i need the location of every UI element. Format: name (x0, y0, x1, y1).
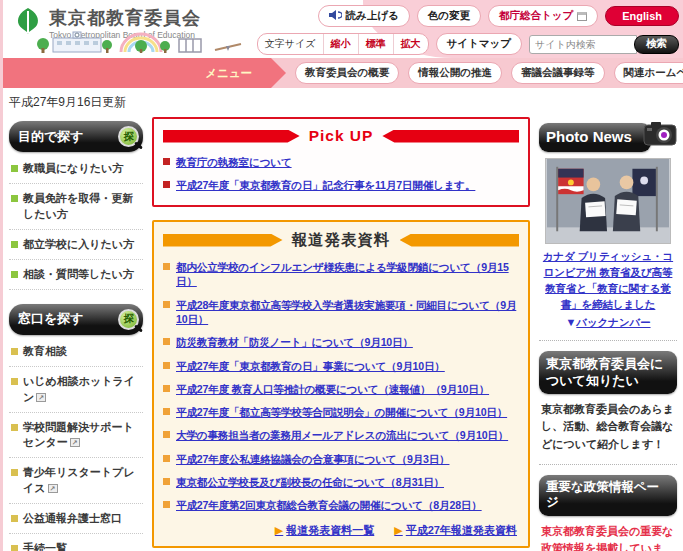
sidebar-link[interactable]: 公益通報弁護士窓口 (23, 511, 122, 527)
bullet-icon (163, 338, 170, 345)
press-header: 報道発表資料 (163, 230, 519, 251)
press-link[interactable]: 平成28年度東京都立高等学校入学者選抜実施要項・同細目について（9月10日） (176, 298, 519, 327)
search-input[interactable] (529, 35, 637, 54)
list-item: 青少年リスタートプレイス↗ (9, 458, 143, 504)
press-link[interactable]: 東京都公立学校長及び副校長の任命について（8月31日） (176, 475, 444, 489)
list-item: 平成27年度「東京都教育の日」記念行事を11月7日開催します。 (163, 173, 519, 196)
press-link[interactable]: 平成27年度「東京都教育の日」事業について（9月10日） (176, 359, 445, 373)
main-menu-bar: メニュー 教育委員会の概要 情報公開の推進 審議会議事録等 関連ホームページ (3, 58, 683, 88)
font-size-label: 文字サイズ (258, 34, 323, 54)
bullet-icon (163, 385, 170, 392)
press-link[interactable]: 平成27年度 教育人口等推計の概要について（速報値）（9月10日） (176, 382, 489, 396)
photo-caption-link[interactable]: カナダ ブリティッシュ・コロンビア州 教育省及び高等教育省と「教育に関する覚書」… (543, 251, 673, 310)
triangle-down-icon: ▼ (565, 316, 576, 328)
list-item: 教育相談 (9, 337, 143, 367)
photo-news-block: Photo News (539, 123, 677, 152)
menu-item-minutes[interactable]: 審議会議事録等 (511, 62, 605, 84)
press-list-link[interactable]: ▶報道発表資料一覧 (275, 523, 374, 538)
bullet-icon (11, 241, 18, 248)
sitemap-button[interactable]: サイトマップ (436, 33, 522, 55)
arrow-right-icon (163, 234, 283, 247)
press-h27-link[interactable]: ▶平成27年報道発表資料 (394, 523, 517, 538)
page: 東京都教育委員会 Tokyo Metropolitan Board of Edu… (0, 0, 683, 551)
bullet-icon (163, 408, 170, 415)
font-size-large-button[interactable]: 拡大 (393, 34, 428, 54)
pickup-link[interactable]: 平成27年度「東京都教育の日」記念行事を11月7日開催します。 (176, 178, 475, 192)
back-number-link[interactable]: ▼バックナンバー (565, 317, 650, 328)
bullet-icon (11, 545, 18, 551)
press-list: 都内公立学校のインフルエンザ様疾患による学級閉鎖について（9月15日） 平成28… (163, 256, 519, 518)
left-sidebar: 目的で探す 探 教職員になりたい方 教員免許を取得・更新したい方 都立学校に入り… (9, 117, 143, 551)
list-item: 手続一覧 (9, 534, 143, 551)
list-item: 学校問題解決サポートセンター↗ (9, 413, 143, 459)
photo-news-header: Photo News (539, 123, 651, 152)
pickup-section: Pick UP 教育庁の執務室について 平成27年度「東京都教育の日」記念行事を… (152, 117, 530, 207)
color-change-label: 色の変更 (428, 9, 470, 23)
arrow-right-icon (163, 130, 300, 143)
sidebar-link[interactable]: 教育相談 (23, 344, 67, 360)
bullet-icon (163, 362, 170, 369)
sidebar-link[interactable]: 都立学校に入りたい方 (23, 237, 134, 253)
read-aloud-button[interactable]: 読み上げる (318, 5, 410, 27)
header-row-2: 文字サイズ 縮小 標準 拡大 サイトマップ 検索 (257, 33, 679, 55)
list-item: 平成27年度公私連絡協議会の合意事項について（9月3日） (163, 447, 519, 470)
divider (539, 464, 677, 465)
triangle-right-icon: ▶ (275, 524, 283, 537)
bullet-icon (11, 348, 18, 355)
press-h27-label: 平成27年報道発表資料 (406, 523, 517, 538)
triangle-right-icon: ▶ (394, 524, 402, 537)
list-item: 都立学校に入りたい方 (9, 230, 143, 260)
list-item: 平成28年度東京都立高等学校入学者選抜実施要項・同細目について（9月10日） (163, 293, 519, 331)
sidebar-link[interactable]: 相談・質問等したい方 (23, 267, 134, 283)
search-button[interactable]: 検索 (634, 35, 679, 54)
site-search: 検索 (529, 35, 679, 54)
sidebar-link[interactable]: 手続一覧 (23, 541, 67, 551)
press-title: 報道発表資料 (292, 230, 391, 251)
sidebar-link[interactable]: 青少年リスタートプレイス (23, 466, 135, 494)
press-link[interactable]: 平成27年度公私連絡協議会の合意事項について（9月3日） (176, 452, 449, 466)
divider (539, 340, 677, 341)
press-link[interactable]: 平成27年度「都立高等学校等合同説明会」の開催について（9月10日） (176, 405, 507, 419)
list-item: 教職員になりたい方 (9, 154, 143, 184)
tocho-top-label: 都庁総合トップ (499, 9, 573, 23)
external-link-icon: ↗ (48, 484, 58, 493)
sidebar-link[interactable]: 教員免許を取得・更新したい方 (23, 191, 143, 223)
bullet-icon (11, 469, 18, 476)
press-link[interactable]: 都内公立学校のインフルエンザ様疾患による学級閉鎖について（9月15日） (176, 260, 519, 289)
pickup-header: Pick UP (163, 127, 519, 145)
search-by-purpose-title: 目的で探す (18, 128, 84, 146)
list-item: いじめ相談ホットライン↗ (9, 367, 143, 413)
about-board-text: 東京都教育委員会のあらまし、活動、総合教育会議などについて紹介します！ (539, 394, 677, 454)
bullet-icon (11, 165, 18, 172)
color-change-button[interactable]: 色の変更 (417, 5, 481, 27)
pickup-link[interactable]: 教育庁の執務室について (176, 155, 292, 169)
press-release-section: 報道発表資料 都内公立学校のインフルエンザ様疾患による学級閉鎖について（9月15… (152, 220, 530, 549)
press-link[interactable]: 防災教育教材「防災ノート」について（9月10日） (176, 335, 413, 349)
magnifier-icon: 探 (118, 309, 139, 330)
font-size-small-button[interactable]: 縮小 (323, 34, 358, 54)
bullet-icon (163, 158, 170, 165)
bullet-icon (163, 478, 170, 485)
menu-item-disclosure[interactable]: 情報公開の推進 (408, 62, 502, 84)
list-item: 平成27年度第2回東京都総合教育会議の開催について（8月28日） (163, 494, 519, 517)
press-link[interactable]: 平成27年度第2回東京都総合教育会議の開催について（8月28日） (176, 498, 482, 512)
read-aloud-label: 読み上げる (346, 9, 399, 23)
english-button[interactable]: English (605, 6, 679, 26)
photo-news-image[interactable] (539, 158, 677, 244)
tocho-top-button[interactable]: 都庁総合トップ (488, 5, 598, 27)
purpose-list: 教職員になりたい方 教員免許を取得・更新したい方 都立学校に入りたい方 相談・質… (9, 154, 143, 290)
external-link-icon: ↗ (70, 438, 80, 447)
menu-item-overview[interactable]: 教育委員会の概要 (295, 62, 399, 84)
font-size-standard-button[interactable]: 標準 (358, 34, 393, 54)
bullet-icon (163, 455, 170, 462)
bullet-icon (11, 195, 18, 202)
header-row-1: 読み上げる 色の変更 都庁総合トップ English (257, 5, 679, 27)
policy-info-header[interactable]: 重要な政策情報ページ (539, 475, 677, 516)
counter-list: 教育相談 いじめ相談ホットライン↗ 学校問題解決サポートセンター↗ 青少年リスタ… (9, 337, 143, 551)
about-board-header[interactable]: 東京都教育委員会について知りたい (539, 351, 677, 394)
menu-item-related-sites[interactable]: 関連ホームページ (614, 62, 683, 84)
sidebar-link[interactable]: 教職員になりたい方 (23, 161, 123, 177)
font-size-control: 文字サイズ 縮小 標準 拡大 (257, 33, 429, 55)
main-content: Pick UP 教育庁の執務室について 平成27年度「東京都教育の日」記念行事を… (152, 117, 530, 551)
press-link[interactable]: 大学の事務担当者の業務用メールアドレスの流出について（9月10日） (176, 428, 508, 442)
